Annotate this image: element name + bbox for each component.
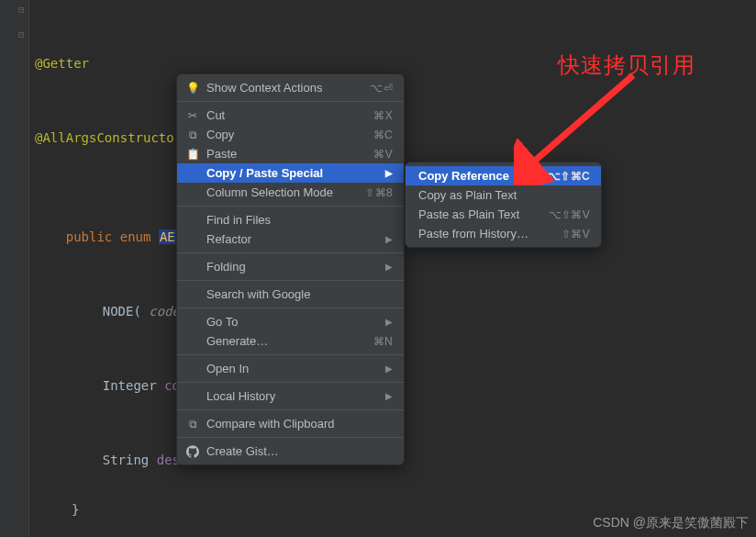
annotation-getter: @Getter (35, 56, 89, 71)
submenu-copy-reference[interactable]: Copy Reference ⌥⇧⌘C (406, 166, 601, 185)
fold-marker-icon: ⊟ (18, 4, 25, 16)
menu-folding[interactable]: Folding ▶ (177, 257, 404, 276)
enum-constant: NODE( (103, 304, 141, 319)
menu-goto[interactable]: Go To ▶ (177, 312, 404, 331)
menu-refactor[interactable]: Refactor ▶ (177, 229, 404, 249)
menu-separator (177, 252, 404, 253)
chevron-right-icon: ▶ (385, 391, 393, 401)
menu-copy-paste-special[interactable]: Copy / Paste Special ▶ (177, 163, 404, 183)
submenu-paste-history[interactable]: Paste from History… ⇧⌘V (406, 224, 601, 243)
chevron-right-icon: ▶ (385, 168, 393, 178)
blank-icon (184, 287, 201, 302)
blank-icon (184, 213, 201, 228)
menu-copy[interactable]: ⧉ Copy ⌘C (177, 125, 404, 144)
cut-icon: ✂ (184, 108, 201, 123)
menu-create-gist[interactable]: Create Gist… (177, 442, 404, 461)
menu-show-context-actions[interactable]: 💡 Show Context Actions ⌥⏎ (177, 78, 404, 97)
menu-separator (177, 382, 404, 383)
menu-separator (177, 437, 404, 438)
menu-separator (177, 280, 404, 281)
menu-cut[interactable]: ✂ Cut ⌘X (177, 106, 404, 125)
menu-find-in-files[interactable]: Find in Files (177, 210, 404, 229)
annotation-allargs: @AllArgsConstructor (35, 130, 182, 145)
compare-icon: ⧉ (184, 417, 201, 431)
blank-icon (184, 315, 201, 330)
menu-local-history[interactable]: Local History ▶ (177, 386, 404, 406)
menu-open-in[interactable]: Open In ▶ (177, 359, 404, 378)
chevron-right-icon: ▶ (385, 317, 393, 327)
menu-separator (177, 206, 404, 207)
submenu-copy-plain[interactable]: Copy as Plain Text (406, 185, 601, 205)
github-icon (184, 444, 201, 459)
paste-icon: 📋 (184, 147, 201, 162)
blank-icon (184, 232, 201, 247)
watermark-text: CSDN @原来是笑傲菌殿下 (593, 515, 749, 531)
field-type: Integer (103, 378, 157, 393)
editor-gutter: ⊟ ⊟ (0, 0, 29, 537)
copy-icon: ⧉ (184, 128, 201, 142)
blank-icon (184, 260, 201, 274)
blank-icon (184, 362, 201, 376)
svg-line-0 (528, 75, 633, 167)
blank-icon (184, 389, 201, 404)
bulb-icon: 💡 (184, 81, 201, 95)
menu-separator (177, 354, 404, 355)
submenu-paste-plain[interactable]: Paste as Plain Text ⌥⇧⌘V (406, 205, 601, 224)
menu-compare-clipboard[interactable]: ⧉ Compare with Clipboard (177, 414, 404, 433)
keyword-enum: enum (120, 229, 151, 244)
blank-icon (184, 166, 201, 181)
blank-icon (184, 334, 201, 349)
chevron-right-icon: ▶ (385, 364, 393, 374)
copy-paste-special-submenu[interactable]: Copy Reference ⌥⇧⌘C Copy as Plain Text P… (405, 162, 602, 248)
fold-marker-icon: ⊟ (18, 28, 25, 40)
menu-generate[interactable]: Generate… ⌘N (177, 331, 404, 351)
keyword-public: public (66, 229, 113, 244)
menu-search-google[interactable]: Search with Google (177, 285, 404, 304)
blank-icon (184, 185, 201, 200)
menu-separator (177, 409, 404, 410)
menu-paste[interactable]: 📋 Paste ⌘V (177, 144, 404, 163)
annotation-label: 快速拷贝引用 (558, 50, 695, 80)
menu-column-selection[interactable]: Column Selection Mode ⇧⌘8 (177, 183, 404, 202)
menu-separator (177, 101, 404, 102)
context-menu[interactable]: 💡 Show Context Actions ⌥⏎ ✂ Cut ⌘X ⧉ Cop… (176, 73, 405, 465)
menu-separator (177, 308, 404, 308)
chevron-right-icon: ▶ (385, 262, 393, 272)
field-type: String (103, 453, 150, 467)
chevron-right-icon: ▶ (385, 234, 393, 244)
close-brace: } (72, 502, 79, 517)
